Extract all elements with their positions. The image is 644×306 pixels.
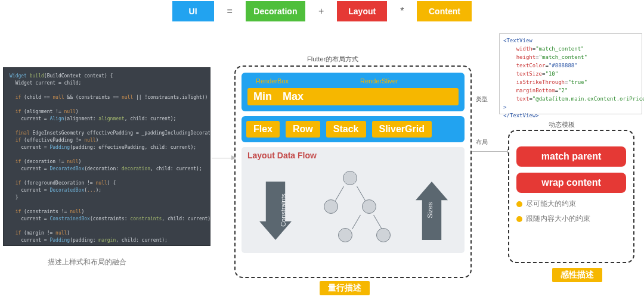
center-caption: 量行描述 (320, 281, 370, 295)
tree-edge (373, 215, 382, 230)
connector-line (472, 151, 509, 152)
minmax-bar: Min Max (247, 88, 459, 105)
label-max: Max (283, 90, 304, 103)
plus-sign-1: + (318, 6, 324, 17)
layout-flow-diagram: Layout Data Flow Constraints Sizes (242, 147, 465, 253)
cat-row: Row (286, 121, 320, 138)
right-panel-title: 动态模板 (549, 120, 575, 129)
right-caption: 感性描述 (552, 268, 602, 282)
tree-edge (357, 186, 366, 201)
right-panel: match parent wrap content 尽可能大的约束 跟随内容大小… (508, 130, 634, 263)
constraints-down-arrow-icon (259, 182, 292, 240)
bullet-text-2: 跟随内容大小的约束 (526, 214, 590, 224)
badge-decoration: Decoration (246, 1, 305, 21)
cat-stack: Stack (326, 121, 366, 138)
badge-layout: Layout (337, 1, 387, 21)
sizes-label: Sizes (427, 202, 434, 218)
cat-slivergrid: SliverGrid (372, 121, 432, 138)
label-min: Min (253, 90, 272, 103)
diagram-title: Layout Data Flow (247, 151, 317, 160)
pill-match-parent: match parent (516, 146, 626, 167)
label-renderbox: RenderBox (256, 77, 289, 85)
cat-flex: Flex (246, 121, 280, 138)
xml-template-snippet: <TextView width="match_content" height="… (499, 33, 642, 114)
arrow-right-icon (231, 155, 236, 160)
badge-ui: UI (172, 1, 214, 21)
badge-content: Content (417, 1, 472, 21)
tree-node (338, 228, 352, 242)
bullet-row-1: 尽可能大的约束 (516, 199, 626, 209)
tree-edge (335, 186, 344, 201)
side-label-types: 类型 (476, 95, 488, 104)
bullet-row-2: 跟随内容大小的约束 (516, 214, 626, 224)
tree-node (376, 228, 391, 242)
label-rendersliver: RenderSliver (360, 77, 398, 85)
center-panel: RenderBox RenderSliver Min Max Flex Row … (234, 65, 472, 278)
flutter-code-snippet: Widget build(BuildContext context) { Wid… (3, 67, 210, 246)
tree-node (362, 199, 376, 214)
equals-sign: = (227, 6, 233, 17)
bullet-icon (516, 201, 522, 207)
tree-node (343, 171, 357, 185)
code-caption: 描述上样式和布局的融合 (48, 257, 126, 267)
tree-edge (352, 215, 361, 230)
tree-node (324, 199, 338, 214)
constraints-label: Constraints (280, 193, 287, 227)
center-panel-title: Flutter的布局方式 (307, 55, 358, 64)
top-formula-row: UI = Decoration + Layout * Content (0, 1, 644, 21)
bullet-text-1: 尽可能大的约束 (526, 199, 576, 209)
star-sign: * (400, 6, 404, 17)
bullet-icon (516, 216, 522, 222)
render-types-box: RenderBox RenderSliver Min Max (242, 73, 465, 111)
side-label-layout: 布局 (476, 138, 488, 146)
pill-wrap-content: wrap content (516, 173, 626, 193)
layout-categories-row: Flex Row Stack SliverGrid (242, 116, 465, 142)
